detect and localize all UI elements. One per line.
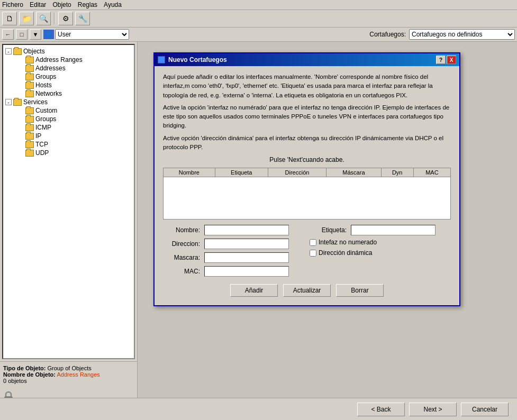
dir-din-checkbox[interactable]: [310, 250, 316, 257]
networks-icon: [25, 90, 34, 97]
left-panel: - Objects Address Ranges Addresses: [0, 42, 138, 409]
tcp-label: TCP: [35, 141, 48, 148]
icmp-icon: [25, 124, 34, 131]
firewall-label: Cortafuegos: Cortafuegos no definidos: [369, 29, 515, 40]
new-doc-button[interactable]: □: [16, 29, 28, 40]
nombre-input[interactable]: [204, 225, 289, 235]
custom-icon: [25, 107, 34, 114]
dialog-prompt: Pulse 'Next'cuando acabe.: [163, 156, 451, 163]
mascara-input[interactable]: [204, 252, 289, 263]
etiqueta-input[interactable]: [351, 225, 436, 235]
tree-custom[interactable]: Custom: [5, 106, 132, 115]
toolbar-separator: [54, 13, 55, 24]
tree-udp[interactable]: UDP: [5, 149, 132, 157]
dialog-body: Aquí puede añadir o editar los interface…: [155, 66, 459, 305]
svc-groups-label: Groups: [35, 115, 56, 123]
anadir-button[interactable]: Añadir: [230, 284, 278, 297]
dialog-title-left: Nuevo Cortafuegos: [158, 56, 227, 63]
desc-p1: Aquí puede añadir o editar los interface…: [163, 72, 451, 100]
address-ranges-icon: [25, 57, 34, 63]
tree-icmp[interactable]: ICMP: [5, 123, 132, 132]
dialog: Nuevo Cortafuegos ? X Aquí puede añadir …: [153, 52, 460, 306]
tree-tcp[interactable]: TCP: [5, 140, 132, 149]
tree-networks[interactable]: Networks: [5, 89, 132, 98]
dir-din-checkbox-row: Dirección dinámica: [310, 249, 372, 257]
tree-svc-groups[interactable]: Groups: [5, 115, 132, 123]
direccion-form-label: Direccion:: [163, 240, 200, 248]
doc-btn[interactable]: ▼: [30, 29, 41, 40]
menu-objeto[interactable]: Objeto: [52, 1, 71, 8]
menu-ayuda[interactable]: Ayuda: [104, 1, 122, 8]
nombre-label: Nombre de Objeto:: [3, 371, 56, 378]
ip-label: IP: [35, 132, 41, 140]
cancel-nav-button[interactable]: Cancelar: [461, 403, 509, 416]
objects-label: Objects: [23, 48, 45, 55]
mac-input[interactable]: [204, 266, 289, 277]
groups-label: Groups: [35, 73, 56, 80]
objects-expand[interactable]: -: [5, 48, 12, 54]
user-icon: 👤: [43, 30, 54, 39]
firewall-select[interactable]: Cortafuegos no definidos: [409, 29, 515, 40]
back-button[interactable]: ←: [2, 29, 14, 40]
dialog-close-button[interactable]: X: [447, 56, 456, 64]
page-footer: < Back Next > Cancelar: [0, 398, 517, 420]
count-label: 0 objetos: [3, 378, 27, 384]
table-empty-row: [164, 177, 451, 220]
settings-button[interactable]: ⚙: [58, 12, 73, 25]
objects-folder-icon: [13, 48, 22, 55]
tipo-label: Tipo de Objeto:: [3, 365, 46, 371]
user-select-wrap: 👤 User: [43, 29, 129, 40]
new-button[interactable]: 🗋: [2, 12, 17, 25]
networks-label: Networks: [35, 90, 62, 97]
services-expand[interactable]: -: [5, 99, 12, 105]
desc-p3: Active opción 'dirección dinámica' para …: [163, 134, 451, 152]
search-button[interactable]: 🔍: [36, 12, 51, 25]
etiqueta-form-label: Etiqueta:: [310, 226, 347, 234]
tree-ip[interactable]: IP: [5, 132, 132, 140]
tree-groups[interactable]: Groups: [5, 72, 132, 81]
nombre-row: Nombre:: [163, 225, 304, 235]
navbar: ← □ ▼ 👤 User Cortafuegos: Cortafuegos no…: [0, 28, 517, 42]
interface-table: Nombre Etiqueta Dirección Máscara Dyn MA…: [163, 168, 451, 220]
tree-objects-root[interactable]: - Objects: [5, 47, 132, 56]
udp-label: UDP: [35, 149, 49, 157]
menu-fichero[interactable]: Fichero: [2, 1, 23, 8]
interfaz-label: Intefaz no numerado: [319, 239, 377, 246]
tree-hosts[interactable]: Hosts: [5, 81, 132, 89]
next-nav-button[interactable]: Next >: [409, 403, 457, 416]
mac-row: MAC:: [163, 266, 304, 277]
mac-form-label: MAC:: [163, 268, 200, 275]
interfaz-checkbox[interactable]: [310, 239, 316, 246]
menu-reglas[interactable]: Reglas: [78, 1, 97, 8]
tree-area[interactable]: - Objects Address Ranges Addresses: [2, 44, 135, 359]
tree-address-ranges[interactable]: Address Ranges: [5, 56, 132, 64]
dialog-help-button[interactable]: ?: [436, 56, 446, 64]
services-label: Services: [23, 98, 48, 106]
tipo-value: Group of Objects: [48, 365, 92, 371]
tree-services-root[interactable]: - Services: [5, 98, 132, 106]
col-mac: MAC: [413, 168, 450, 177]
menu-editar[interactable]: Editar: [30, 1, 46, 8]
main-layout: - Objects Address Ranges Addresses: [0, 42, 517, 409]
mascara-row: Mascara:: [163, 252, 304, 263]
right-panel: Nuevo Cortafuegos ? X Aquí puede añadir …: [138, 42, 517, 409]
open-button[interactable]: 📁: [19, 12, 34, 25]
form-section: Nombre: Direccion: Mascara: MAC:: [163, 225, 451, 280]
tools-button[interactable]: 🔧: [75, 12, 90, 25]
user-select[interactable]: User: [55, 29, 129, 40]
back-nav-button[interactable]: < Back: [357, 403, 405, 416]
hosts-icon: [25, 82, 34, 89]
tree-addresses[interactable]: Addresses: [5, 64, 132, 72]
dir-din-row: Dirección dinámica: [310, 249, 451, 257]
direccion-input[interactable]: [204, 239, 289, 249]
dialog-window-icon: [158, 56, 165, 63]
dialog-title-right: ? X: [436, 56, 456, 64]
col-mascara: Máscara: [326, 168, 381, 177]
interfaz-checkbox-row: Intefaz no numerado: [310, 239, 377, 246]
actualizar-button[interactable]: Actualizar: [283, 284, 331, 297]
dialog-titlebar: Nuevo Cortafuegos ? X: [155, 53, 459, 66]
borrar-button[interactable]: Borrar: [336, 284, 384, 297]
tcp-icon: [25, 141, 34, 148]
etiqueta-row: Etiqueta:: [310, 225, 451, 235]
interfaz-row: Intefaz no numerado: [310, 239, 451, 246]
